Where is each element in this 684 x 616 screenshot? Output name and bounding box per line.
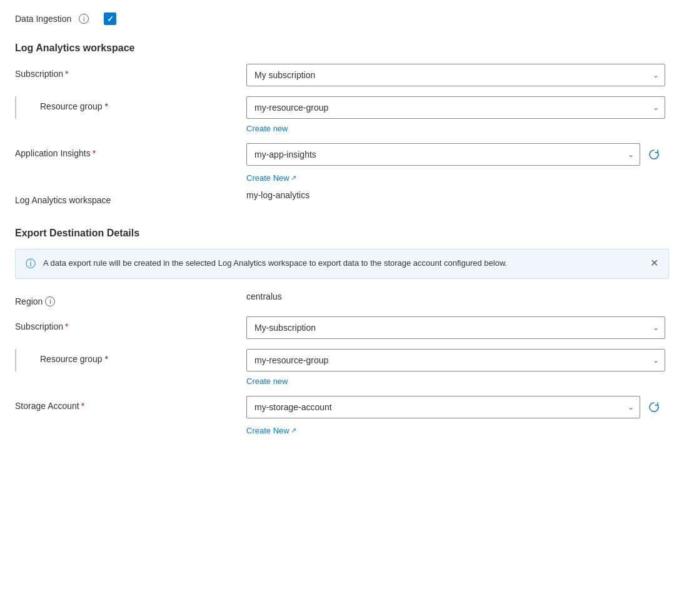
- resource-group-value: my-resource-group: [254, 103, 328, 113]
- subscription-input-col: My subscription ⌄: [246, 64, 669, 86]
- subscription-dropdown[interactable]: My subscription: [246, 64, 665, 86]
- log-analytics-workspace-label-col: Log Analytics workspace: [15, 190, 246, 205]
- app-insights-label-col: Application Insights *: [15, 143, 246, 158]
- export-subscription-select-wrapper: My-subscription ⌄: [246, 316, 665, 339]
- app-insights-input-col: my-app-insights ⌄: [246, 143, 669, 166]
- storage-account-create-row: Create New ↗: [15, 423, 669, 435]
- storage-account-label: Storage Account: [15, 401, 79, 411]
- export-resource-group-label-col: Resource group *: [40, 349, 246, 364]
- data-ingestion-checkbox[interactable]: [104, 13, 116, 25]
- subscription-label: Subscription: [15, 69, 63, 79]
- export-region-value: centralus: [246, 286, 282, 301]
- log-analytics-section-title: Log Analytics workspace: [15, 43, 669, 54]
- export-region-info-icon[interactable]: i: [45, 296, 55, 306]
- data-ingestion-info-icon[interactable]: i: [79, 14, 89, 24]
- resource-group-dropdown[interactable]: my-resource-group: [246, 96, 665, 119]
- subscription-row: Subscription * My subscription ⌄: [15, 64, 669, 86]
- export-subscription-dropdown[interactable]: My-subscription: [246, 316, 665, 339]
- storage-account-input-col: my-storage-account ⌄: [246, 396, 669, 418]
- export-resource-group-create-new-link[interactable]: Create new: [246, 376, 288, 386]
- storage-account-value: my-storage-account: [254, 402, 332, 412]
- export-subscription-label: Subscription: [15, 321, 63, 331]
- indent-line: [15, 96, 40, 119]
- storage-external-link-icon: ↗: [291, 427, 296, 435]
- export-info-banner: ⓘ A data export rule will be created in …: [15, 249, 669, 279]
- storage-account-label-col: Storage Account *: [15, 396, 246, 411]
- create-new-app-insights-label: Create New: [246, 173, 289, 183]
- export-subscription-row: Subscription * My-subscription ⌄: [15, 316, 669, 339]
- storage-account-select-wrapper: my-storage-account ⌄: [246, 396, 640, 418]
- log-analytics-workspace-label: Log Analytics workspace: [15, 195, 111, 205]
- app-insights-refresh-button[interactable]: [645, 146, 663, 163]
- data-ingestion-header: Data Ingestion i: [15, 13, 669, 25]
- subscription-value: My subscription: [254, 70, 315, 80]
- storage-account-create-new-link[interactable]: Create New ↗: [246, 426, 296, 435]
- log-analytics-workspace-value-col: my-log-analytics: [246, 190, 669, 200]
- resource-group-input-col: my-resource-group ⌄ Create new: [246, 96, 669, 133]
- banner-info-icon: ⓘ: [26, 258, 37, 271]
- log-analytics-workspace-value: my-log-analytics: [246, 185, 309, 200]
- app-insights-create-row: Create New ↗: [15, 171, 669, 183]
- app-insights-create-new-link[interactable]: Create New ↗: [246, 173, 296, 183]
- log-analytics-section: Log Analytics workspace Subscription * M…: [15, 43, 669, 205]
- app-insights-dropdown[interactable]: my-app-insights: [246, 143, 640, 166]
- export-resource-group-dropdown[interactable]: my-resource-group: [246, 349, 665, 371]
- storage-account-dropdown[interactable]: my-storage-account: [246, 396, 640, 418]
- export-destination-title: Export Destination Details: [15, 228, 669, 239]
- resource-group-row: Resource group * my-resource-group ⌄ Cre…: [15, 96, 669, 133]
- export-destination-section: Export Destination Details ⓘ A data expo…: [15, 228, 669, 435]
- resource-group-label: Resource group: [40, 101, 103, 111]
- storage-account-refresh-button[interactable]: [645, 398, 663, 416]
- export-resource-group-select-wrapper: my-resource-group ⌄: [246, 349, 665, 371]
- banner-close-button[interactable]: ✕: [650, 257, 658, 269]
- storage-account-row: Storage Account * my-storage-account ⌄: [15, 396, 669, 418]
- log-analytics-workspace-row: Log Analytics workspace my-log-analytics: [15, 190, 669, 205]
- subscription-select-wrapper: My subscription ⌄: [246, 64, 665, 86]
- subscription-required: *: [65, 69, 68, 79]
- app-insights-row: Application Insights * my-app-insights ⌄: [15, 143, 669, 166]
- export-region-value-col: centralus: [246, 291, 669, 301]
- resource-group-label-col: Resource group *: [40, 96, 246, 111]
- resource-group-select-wrapper: my-resource-group ⌄: [246, 96, 665, 119]
- app-insights-required: *: [93, 148, 96, 158]
- checkbox-checked[interactable]: [104, 13, 116, 25]
- storage-account-required: *: [81, 401, 84, 411]
- external-link-icon: ↗: [291, 174, 296, 182]
- export-resource-group-required: *: [105, 354, 108, 364]
- app-insights-label: Application Insights: [15, 148, 91, 158]
- export-subscription-required: *: [65, 321, 68, 331]
- resource-group-required: *: [105, 101, 108, 111]
- storage-refresh-icon: [648, 401, 660, 413]
- export-subscription-label-col: Subscription *: [15, 316, 246, 331]
- export-region-label-col: Region i: [15, 291, 246, 306]
- export-subscription-value: My-subscription: [254, 323, 316, 333]
- app-insights-select-wrapper: my-app-insights ⌄: [246, 143, 640, 166]
- export-resource-group-label: Resource group: [40, 354, 103, 364]
- export-resource-group-row: Resource group * my-resource-group ⌄ Cre…: [15, 349, 669, 386]
- export-indent-line: [15, 349, 40, 371]
- refresh-icon: [648, 148, 660, 161]
- banner-text: A data export rule will be created in th…: [43, 257, 645, 270]
- subscription-label-col: Subscription *: [15, 64, 246, 79]
- export-region-label: Region: [15, 296, 43, 306]
- app-insights-value: my-app-insights: [254, 149, 316, 159]
- export-subscription-input-col: My-subscription ⌄: [246, 316, 669, 339]
- export-resource-group-input-col: my-resource-group ⌄ Create new: [246, 349, 669, 386]
- resource-group-create-new-link[interactable]: Create new: [246, 124, 288, 133]
- data-ingestion-title: Data Ingestion: [15, 14, 71, 24]
- export-region-row: Region i centralus: [15, 291, 669, 306]
- create-new-storage-label: Create New: [246, 426, 289, 435]
- export-resource-group-value: my-resource-group: [254, 355, 328, 365]
